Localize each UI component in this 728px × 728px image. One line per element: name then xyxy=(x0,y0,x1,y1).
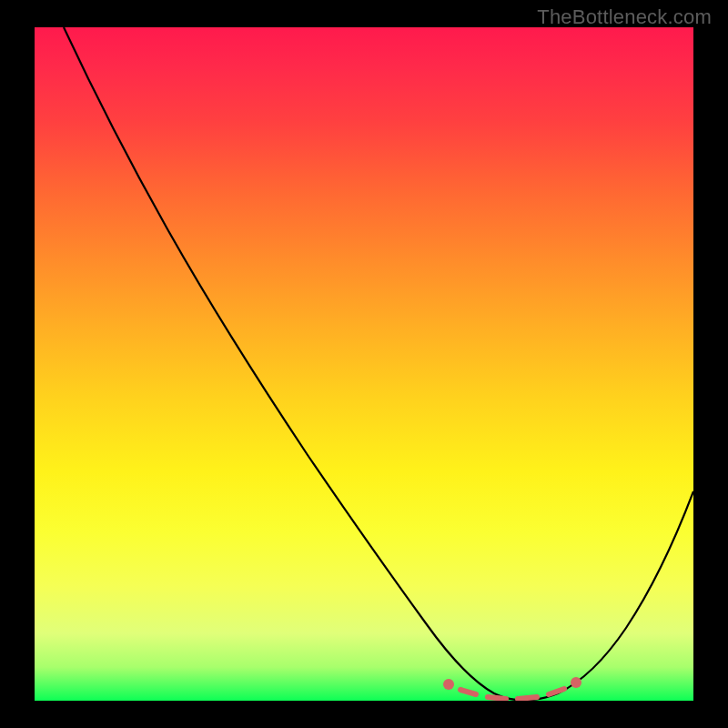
optimum-dash-3 xyxy=(518,697,537,699)
optimum-dash-1 xyxy=(460,690,476,694)
optimum-dash-4 xyxy=(549,689,564,694)
optimum-range-markers xyxy=(443,677,581,699)
watermark-label: TheBottleneck.com xyxy=(537,5,712,29)
bottleneck-curve xyxy=(35,27,693,701)
optimum-start-dot xyxy=(443,679,454,690)
optimum-dash-2 xyxy=(488,697,506,699)
chart-frame: TheBottleneck.com xyxy=(0,0,728,728)
curve-path xyxy=(64,27,693,701)
plot-area xyxy=(35,27,693,701)
optimum-end-dot xyxy=(571,677,581,688)
